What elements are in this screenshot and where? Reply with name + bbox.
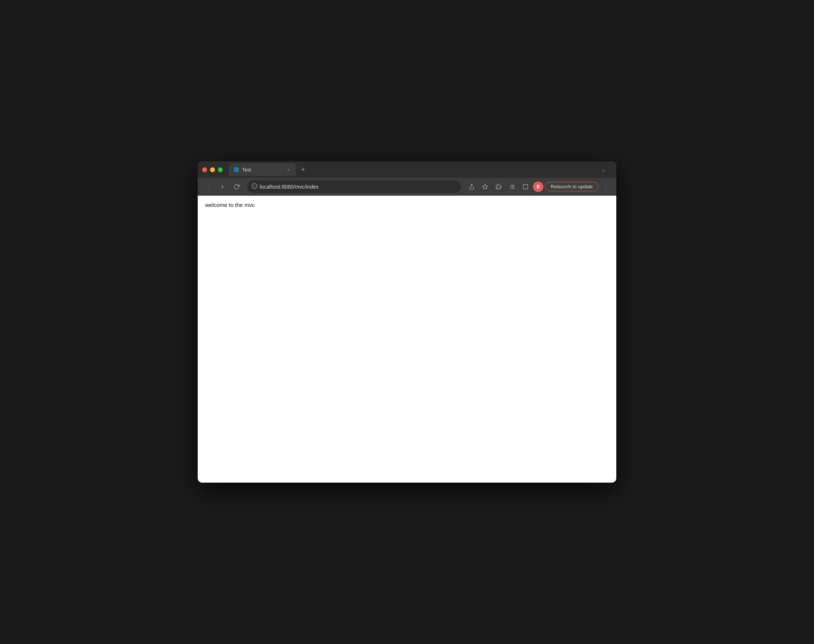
bookmark-button[interactable] (479, 181, 491, 193)
share-button[interactable] (466, 181, 478, 193)
reload-button[interactable] (230, 181, 243, 193)
forward-button[interactable] (217, 181, 228, 193)
svg-point-12 (605, 184, 606, 185)
info-icon (252, 183, 258, 190)
svg-marker-4 (483, 184, 488, 189)
tab-close-button[interactable]: × (286, 167, 292, 173)
back-icon (205, 184, 211, 190)
active-tab[interactable]: 🌐 Test × (229, 163, 296, 176)
window-menu-button[interactable]: ⌄ (598, 164, 609, 175)
nav-bar: localhost:8080/mvc/index (198, 178, 616, 196)
svg-rect-11 (523, 184, 528, 189)
relaunch-button[interactable]: Relaunch to update (545, 182, 598, 191)
tab-search-button[interactable] (506, 181, 518, 193)
tab-bar: 🌐 Test × + (229, 163, 595, 176)
minimize-window-button[interactable] (210, 167, 215, 172)
profile-avatar[interactable]: E (533, 181, 544, 192)
reading-mode-button[interactable] (519, 181, 531, 193)
forward-icon (220, 184, 225, 190)
url-text: localhost:8080/mvc/index (260, 184, 457, 190)
maximize-window-button[interactable] (218, 167, 223, 172)
reading-mode-icon (522, 184, 528, 190)
share-icon (468, 184, 475, 190)
page-text: welcome to the mvc (205, 202, 609, 208)
window-controls-right: ⌄ (598, 164, 612, 175)
page-content: welcome to the mvc (198, 196, 616, 483)
traffic-lights (202, 167, 223, 172)
svg-point-13 (605, 186, 606, 187)
nav-actions: E Relaunch to update (466, 181, 612, 193)
bookmark-icon (482, 184, 488, 190)
close-window-button[interactable] (202, 167, 207, 172)
tab-favicon-icon: 🌐 (233, 167, 239, 173)
svg-point-14 (605, 188, 606, 189)
title-bar: 🌐 Test × + ⌄ (198, 161, 616, 178)
extensions-button[interactable] (493, 181, 505, 193)
extensions-icon (496, 184, 502, 190)
browser-window: 🌐 Test × + ⌄ (198, 161, 616, 483)
tab-title: Test (242, 167, 283, 173)
relaunch-label: Relaunch to update (550, 184, 593, 189)
address-bar[interactable]: localhost:8080/mvc/index (247, 181, 461, 193)
more-options-button[interactable] (600, 181, 612, 193)
reload-icon (233, 184, 240, 190)
new-tab-button[interactable]: + (298, 164, 309, 175)
more-options-icon (603, 184, 609, 190)
tab-search-icon (509, 184, 515, 190)
back-button[interactable] (202, 181, 214, 193)
